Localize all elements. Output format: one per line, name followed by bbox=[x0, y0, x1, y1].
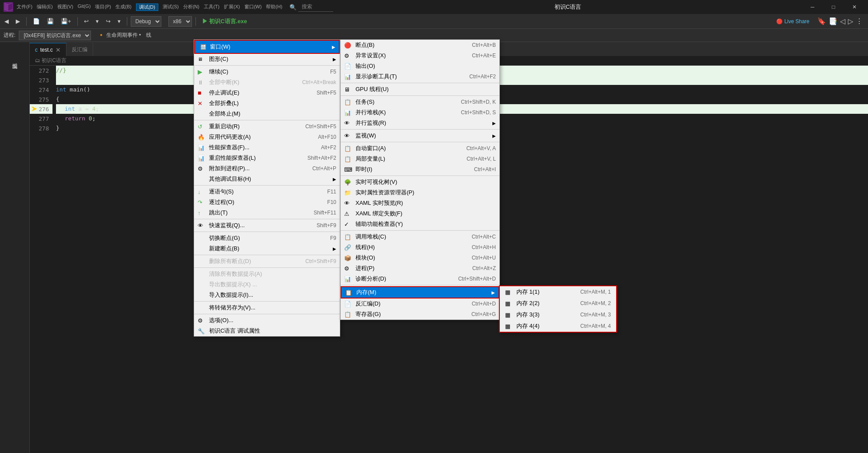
debug-menu-step-out[interactable]: ↑ 跳出(T) Shift+F11 bbox=[194, 207, 340, 218]
win-menu-gpu[interactable]: 🖥 GPU 线程(U) bbox=[341, 84, 499, 95]
win-menu-accessibility[interactable]: ✓ 辅助功能检查器(Y) bbox=[341, 219, 499, 229]
redo-dropdown[interactable]: ▾ bbox=[115, 16, 123, 27]
menu-label-help[interactable]: 帮助(H) bbox=[266, 4, 282, 11]
menu-label-file[interactable]: 文件(F) bbox=[17, 4, 32, 11]
win-menu-threads[interactable]: 🔗 线程(H) Ctrl+Alt+H bbox=[341, 242, 499, 253]
win-menu-autos[interactable]: 📋 自动窗口(A) Ctrl+Alt+V, A bbox=[341, 143, 499, 154]
menu-label-analyze[interactable]: 分析(N) bbox=[183, 4, 199, 11]
win-menu-exceptions[interactable]: ⚙ 异常设置(X) Ctrl+Alt+E bbox=[341, 50, 499, 61]
debug-menu-save-dump[interactable]: 将转储另存为(V)... bbox=[194, 302, 340, 313]
undo-dropdown[interactable]: ▾ bbox=[93, 16, 101, 27]
bookmark2-icon[interactable]: 📑 bbox=[829, 17, 837, 25]
disassembly-tab[interactable]: 反汇编 bbox=[0, 44, 29, 74]
prev-icon[interactable]: ◁ bbox=[840, 17, 845, 25]
win-menu-watch[interactable]: 👁 监视(W) ▶ bbox=[341, 130, 499, 141]
win-menu-tasks[interactable]: 📋 任务(S) Ctrl+Shift+D, K bbox=[341, 97, 499, 107]
tab-disassembly[interactable]: 反汇编 bbox=[66, 43, 93, 56]
win-menu-disassembly[interactable]: 📄 反汇编(D) Ctrl+Alt+D bbox=[341, 298, 499, 309]
undo-button[interactable]: ↩ bbox=[81, 16, 91, 27]
debug-menu-hot-reload[interactable]: 🔥 应用代码更改(A) Alt+F10 bbox=[194, 132, 340, 142]
diag-analysis-icon: 📊 bbox=[344, 276, 354, 282]
back-button[interactable]: ◀ bbox=[2, 16, 11, 27]
debug-menu-perf-profiler[interactable]: 📊 性能探查器(F)... Alt+F2 bbox=[194, 142, 340, 153]
sep5 bbox=[194, 232, 340, 232]
debug-menu-toggle-bp[interactable]: 切换断点(G) F9 bbox=[194, 233, 340, 243]
win-menu-live-visual-tree[interactable]: 🌳 实时可视化树(V) bbox=[341, 177, 499, 187]
win-menu-locals[interactable]: 📋 局部变量(L) Ctrl+Alt+V, L bbox=[341, 154, 499, 164]
dots-icon[interactable]: ⋮ bbox=[856, 17, 863, 25]
win-menu-output[interactable]: 📄 输出(O) bbox=[341, 61, 499, 71]
debug-menu-detach-all[interactable]: ✕ 全部折叠(L) bbox=[194, 98, 340, 109]
debug-menu-restart[interactable]: ↺ 重新启动(R) Ctrl+Shift+F5 bbox=[194, 121, 340, 132]
debug-menu-new-bp[interactable]: 新建断点(B) ▶ bbox=[194, 243, 340, 254]
debug-menu-continue[interactable]: ▶ 继续(C) F5 bbox=[194, 67, 340, 77]
win-menu-registers[interactable]: 📋 寄存器(G) Ctrl+Alt+G bbox=[341, 309, 499, 320]
debug-menu-terminate-all[interactable]: 全部终止(M) bbox=[194, 109, 340, 119]
menu-label-extend[interactable]: 扩展(X) bbox=[224, 4, 240, 11]
memory-3-item[interactable]: ▦ 内存 3(3) Ctrl+Alt+M, 3 bbox=[500, 309, 616, 320]
memory-2-item[interactable]: ▦ 内存 2(2) Ctrl+Alt+M, 2 bbox=[500, 298, 616, 309]
stop-icon: ■ bbox=[198, 89, 207, 96]
menu-label-window[interactable]: 窗口(W) bbox=[244, 4, 262, 11]
call-stack-icon: 📋 bbox=[344, 234, 354, 240]
debug-menu-project-props[interactable]: 🔧 初识C语言 调试属性 bbox=[194, 326, 340, 336]
win-menu-modules[interactable]: 📦 模块(O) Ctrl+Alt+U bbox=[341, 253, 499, 263]
debug-menu-import-datatips[interactable]: 导入数据提示(I)... bbox=[194, 290, 340, 300]
save-button[interactable]: 💾 bbox=[44, 16, 56, 27]
win-menu-call-stack[interactable]: 📋 调用堆栈(C) Ctrl+Alt+C bbox=[341, 232, 499, 242]
win-menu-live-property-explorer[interactable]: 📁 实时属性资源管理器(P) bbox=[341, 187, 499, 198]
menu-label-debug[interactable]: 调试(D) bbox=[136, 4, 158, 11]
debug-menu-quickwatch[interactable]: 👁 快速监视(Q)... Shift+F9 bbox=[194, 220, 340, 231]
minimize-button[interactable]: ─ bbox=[802, 0, 823, 14]
debug-menu-stop[interactable]: ■ 停止调试(E) Shift+F5 bbox=[194, 88, 340, 98]
live-share-button[interactable]: 🔴 Live Share bbox=[774, 16, 812, 27]
win-menu-parallel-watch[interactable]: 👁 并行监视(R) ▶ bbox=[341, 118, 499, 128]
menu-label-project[interactable]: 项目(P) bbox=[95, 4, 111, 11]
win-menu-memory[interactable]: 📋 内存(M) ▶ bbox=[341, 286, 499, 298]
search-bar[interactable]: 搜索 bbox=[298, 2, 333, 12]
debug-menu-other-targets[interactable]: 其他调试目标(H) ▶ bbox=[194, 174, 340, 184]
app-title: 初识C语言 bbox=[333, 3, 802, 11]
debug-config-select[interactable]: Debug bbox=[131, 16, 161, 27]
win-menu-breakpoints[interactable]: 🔴 断点(B) Ctrl+Alt+B bbox=[341, 40, 499, 50]
new-file-button[interactable]: 📄 bbox=[30, 16, 42, 27]
win-menu-xaml-binding[interactable]: ⚠ XAML 绑定失败(F) bbox=[341, 208, 499, 219]
forward-button[interactable]: ▶ bbox=[13, 16, 23, 27]
maximize-button[interactable]: □ bbox=[823, 0, 844, 14]
menu-label-tools[interactable]: 工具(T) bbox=[204, 4, 220, 11]
menu-label-view[interactable]: 视图(V) bbox=[57, 4, 73, 11]
win-menu-processes[interactable]: ⚙ 进程(P) Ctrl+Alt+Z bbox=[341, 263, 499, 274]
win-menu-xaml-preview[interactable]: 👁 XAML 实时预览(R) bbox=[341, 198, 499, 208]
debug-menu-window-item[interactable]: 🪟 窗口(W) ▶ bbox=[194, 40, 340, 54]
win-menu-diag-tools[interactable]: 📊 显示诊断工具(T) Ctrl+Alt+F2 bbox=[341, 71, 499, 82]
redo-button[interactable]: ↪ bbox=[103, 16, 113, 27]
debug-menu-attach[interactable]: ⚙ 附加到进程(P)... Ctrl+Alt+P bbox=[194, 163, 340, 174]
debug-menu-restart-profiler[interactable]: 📊 重启性能探查器(L) Shift+Alt+F2 bbox=[194, 153, 340, 163]
process-select[interactable]: [0x4EF8] 初识C语言.exe bbox=[19, 31, 91, 40]
save-all-button[interactable]: 💾+ bbox=[58, 16, 74, 27]
menu-label-git[interactable]: Git(G) bbox=[77, 4, 91, 11]
memory-1-item[interactable]: ▦ 内存 1(1) Ctrl+Alt+M, 1 bbox=[500, 286, 616, 298]
menu-label-test[interactable]: 测试(S) bbox=[163, 4, 179, 11]
start-debug-button[interactable]: ▶ 初识C语言.exe bbox=[199, 16, 250, 27]
sep2 bbox=[194, 120, 340, 120]
win-menu-diag-analysis[interactable]: 📊 诊断分析(D) Ctrl+Shift+Alt+D bbox=[341, 274, 499, 284]
debug-menu-graphics[interactable]: 🖥 图形(C) ▶ bbox=[194, 54, 340, 64]
debug-menu-step-into[interactable]: ↓ 逐语句(S) F11 bbox=[194, 186, 340, 197]
debug-menu-step-over[interactable]: ↷ 逐过程(O) F10 bbox=[194, 197, 340, 207]
menu-label-edit[interactable]: 编辑(E) bbox=[37, 4, 53, 11]
close-button[interactable]: ✕ bbox=[844, 0, 865, 14]
win-menu-parallel-stacks[interactable]: 📊 并行堆栈(K) Ctrl+Shift+D, S bbox=[341, 107, 499, 118]
next-icon[interactable]: ▷ bbox=[848, 17, 853, 25]
window-controls: ─ □ ✕ bbox=[802, 0, 865, 14]
tab-close-test[interactable]: ✕ bbox=[56, 46, 61, 53]
tab-test-c[interactable]: c test.c ✕ bbox=[30, 43, 66, 56]
debug-menu-options[interactable]: ⚙ 选项(O)... bbox=[194, 315, 340, 326]
restart-icon: ↺ bbox=[198, 123, 207, 130]
win-menu-immediate[interactable]: ⌨ 即时(I) Ctrl+Alt+I bbox=[341, 164, 499, 175]
bookmark-icon[interactable]: 🔖 bbox=[817, 17, 826, 25]
platform-select[interactable]: x86 bbox=[168, 16, 192, 27]
window-icon: 🪟 bbox=[199, 42, 208, 52]
menu-label-build[interactable]: 生成(B) bbox=[115, 4, 132, 11]
memory-4-item[interactable]: ▦ 内存 4(4) Ctrl+Alt+M, 4 bbox=[500, 320, 616, 332]
